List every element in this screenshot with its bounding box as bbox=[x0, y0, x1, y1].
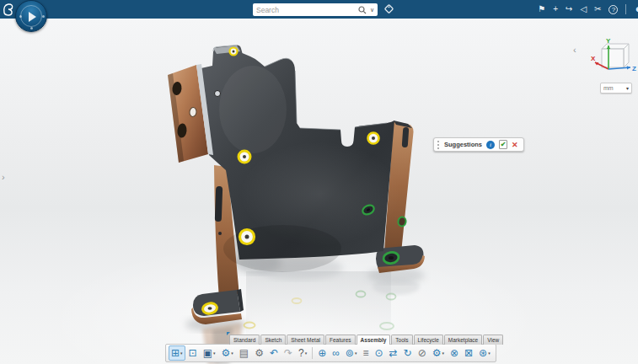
undo-button[interactable]: ↶ bbox=[267, 345, 281, 361]
settings-icon: ⚙ bbox=[255, 346, 264, 361]
3d-viewport[interactable]: Suggestions i ✔ ✕ X Y Z bbox=[0, 19, 638, 364]
3ds-logo-icon bbox=[3, 2, 14, 17]
print-icon: ▤ bbox=[239, 346, 249, 361]
dropdown-arrow-icon[interactable]: ▾ bbox=[231, 351, 233, 356]
model-canvas[interactable] bbox=[0, 19, 638, 364]
tab-features[interactable]: Features bbox=[325, 335, 356, 345]
left-panel-expander-icon[interactable]: › bbox=[2, 173, 5, 182]
compass-west-dot bbox=[19, 15, 22, 18]
print-button[interactable]: ▤ bbox=[237, 345, 251, 361]
insert-component-button[interactable]: ⊕ bbox=[315, 345, 329, 361]
share-icon[interactable]: ↪ bbox=[566, 0, 572, 19]
exploded-view-button[interactable]: ⊠ bbox=[462, 345, 475, 361]
tab-sketch[interactable]: Sketch bbox=[260, 335, 286, 345]
tab-assembly[interactable]: Assembly bbox=[357, 335, 391, 345]
more-assembly-tools-button[interactable]: ⊛▾ bbox=[476, 345, 493, 361]
suggestions-panel[interactable]: Suggestions i ✔ ✕ bbox=[433, 137, 524, 152]
triad-x-label: X bbox=[591, 55, 596, 62]
help-icon[interactable]: ? bbox=[609, 5, 618, 14]
suggestions-close-icon[interactable]: ✕ bbox=[512, 141, 518, 149]
help-icon: ? bbox=[298, 346, 304, 361]
new-button[interactable]: ⊞▾ bbox=[169, 345, 185, 361]
interference-check-button[interactable]: ⊗ bbox=[448, 345, 461, 361]
component-pattern-button[interactable]: ⊚▾ bbox=[343, 345, 360, 361]
app-window: { "topbar": { "brand": { "product": "3DE… bbox=[0, 0, 638, 364]
suggestions-accept-icon[interactable]: ✔ bbox=[499, 140, 507, 149]
triad-cube bbox=[602, 44, 629, 67]
search-bar: ∨ bbox=[253, 3, 378, 16]
triad-y-label: Y bbox=[606, 37, 611, 45]
smart-fastener-button[interactable]: ⊙ bbox=[372, 345, 385, 361]
triad-z-label: Z bbox=[632, 65, 636, 72]
dropdown-arrow-icon[interactable]: ▾ bbox=[305, 351, 308, 356]
rotate-component-button[interactable]: ↻ bbox=[401, 345, 415, 361]
mate-button[interactable]: ∞ bbox=[330, 345, 342, 361]
compass-south-dot bbox=[30, 27, 33, 29]
units-value: mm bbox=[603, 85, 614, 91]
add-content-icon[interactable]: + bbox=[553, 0, 558, 19]
linear-pattern-button[interactable]: ≡ bbox=[360, 345, 371, 361]
suggestions-info-icon[interactable]: i bbox=[486, 141, 495, 149]
dropdown-arrow-icon[interactable]: ▾ bbox=[488, 351, 491, 356]
open-button[interactable]: ⊡ bbox=[186, 345, 200, 361]
rotate-component-icon: ↻ bbox=[404, 346, 412, 361]
dropdown-arrow-icon[interactable]: ▾ bbox=[355, 351, 357, 356]
attachment-button[interactable]: ⊘ bbox=[416, 345, 429, 361]
undo-icon: ↶ bbox=[270, 346, 278, 361]
help-button[interactable]: ?▾ bbox=[296, 345, 309, 361]
units-caret-icon: ▾ bbox=[626, 85, 629, 91]
tab-strip-pin bbox=[227, 332, 230, 335]
topbar-separator bbox=[625, 4, 626, 14]
units-dropdown[interactable]: mm ▾ bbox=[600, 83, 632, 94]
options-icon: ⚙ bbox=[222, 346, 231, 361]
search-input[interactable] bbox=[256, 6, 358, 14]
save-button[interactable]: ▣▾ bbox=[201, 345, 218, 361]
open-icon: ⊡ bbox=[189, 346, 197, 361]
tab-marketplace[interactable]: Marketplace bbox=[444, 335, 482, 345]
tags-icon[interactable] bbox=[383, 3, 394, 14]
send-to-icon[interactable]: ◁ bbox=[580, 0, 587, 19]
notifications-icon[interactable]: ⚑ bbox=[538, 0, 545, 19]
bottom-toolbar: ⊞▾⊡▣▾⚙▾▤⚙↶↷?▾⊕∞⊚▾≡⊙⇄↻⊘⚙▾⊗⊠⊛▾ bbox=[165, 344, 496, 362]
exploded-view-icon: ⊠ bbox=[464, 346, 473, 361]
toolbar-separator bbox=[312, 347, 313, 359]
drag-handle-icon[interactable] bbox=[437, 141, 440, 149]
more-assembly-tools-icon: ⊛ bbox=[479, 346, 487, 361]
smart-fastener-icon: ⊙ bbox=[374, 346, 383, 361]
save-icon: ▣ bbox=[203, 346, 212, 361]
redo-button[interactable]: ↷ bbox=[281, 345, 295, 361]
options-button[interactable]: ⚙▾ bbox=[219, 345, 236, 361]
topbar-actions: ⚑+↪◁✂?☻ bbox=[538, 0, 638, 19]
settings-button[interactable]: ⚙ bbox=[252, 345, 266, 361]
plate-hole bbox=[215, 91, 221, 97]
insert-component-icon: ⊕ bbox=[318, 346, 326, 361]
compass-icon[interactable] bbox=[15, 0, 47, 32]
dropdown-arrow-icon[interactable]: ▾ bbox=[180, 351, 183, 356]
tab-standard[interactable]: Standard bbox=[229, 335, 260, 345]
tab-view[interactable]: View bbox=[483, 335, 503, 345]
attachment-icon: ⊘ bbox=[418, 346, 426, 361]
dropdown-arrow-icon[interactable]: ▾ bbox=[442, 351, 444, 356]
collaborative-tools-icon[interactable]: ✂ bbox=[594, 0, 601, 19]
tab-tools[interactable]: Tools bbox=[391, 335, 412, 345]
tab-sheet-metal[interactable]: Sheet Metal bbox=[287, 335, 324, 345]
tab-lifecycle[interactable]: Lifecycle bbox=[414, 335, 443, 345]
user-profile-icon[interactable]: ☻ bbox=[634, 0, 638, 19]
component-pattern-icon: ⊚ bbox=[346, 346, 354, 361]
gear-mate-button[interactable]: ⚙▾ bbox=[430, 345, 447, 361]
compass-play-icon bbox=[29, 12, 36, 22]
search-icon[interactable] bbox=[358, 6, 367, 14]
bottom-tabs: StandardSketchSheet MetalFeaturesAssembl… bbox=[229, 335, 504, 345]
orientation-triad[interactable]: X Y Z bbox=[588, 35, 637, 81]
dropdown-arrow-icon[interactable]: ▾ bbox=[213, 351, 216, 356]
plate-slot bbox=[215, 186, 222, 222]
move-component-button[interactable]: ⇄ bbox=[387, 345, 400, 361]
search-options-chevron-icon[interactable]: ∨ bbox=[370, 7, 374, 13]
move-component-icon: ⇄ bbox=[389, 346, 398, 361]
redo-icon: ↷ bbox=[284, 346, 292, 361]
interference-check-icon: ⊗ bbox=[450, 346, 458, 361]
new-icon: ⊞ bbox=[171, 346, 180, 361]
bracket-model[interactable] bbox=[168, 46, 425, 364]
right-panel-expander-icon[interactable]: ‹ bbox=[573, 46, 576, 55]
mate-icon: ∞ bbox=[332, 346, 340, 361]
